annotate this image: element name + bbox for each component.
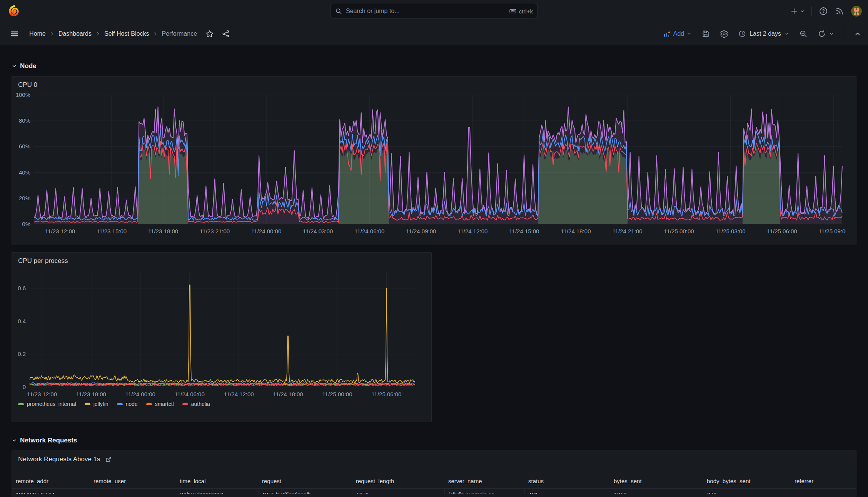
section-node[interactable]: Node [12, 61, 856, 71]
svg-text:11/25 09:00: 11/25 09:00 [819, 228, 846, 234]
svg-text:11/24 12:00: 11/24 12:00 [457, 228, 487, 234]
graph-bar-icon [663, 30, 671, 38]
chevron-down-icon [12, 63, 17, 69]
share-icon[interactable] [222, 30, 230, 38]
legend-item-authelia[interactable]: authelia [182, 401, 210, 407]
table-cell [90, 489, 176, 494]
svg-text:11/24 00:00: 11/24 00:00 [125, 391, 155, 397]
breadcrumb-dashboards[interactable]: Dashboards [58, 30, 92, 37]
time-range-picker[interactable]: Last 2 days [738, 30, 789, 38]
chevron-right-icon [153, 31, 158, 36]
column-header-request[interactable]: request [258, 475, 352, 488]
svg-text:20%: 20% [19, 195, 30, 201]
column-header-time_local[interactable]: time_local [176, 475, 258, 488]
svg-text:11/25 03:00: 11/25 03:00 [716, 228, 746, 234]
breadcrumb-current: Performance [162, 30, 197, 37]
svg-text:0.2: 0.2 [18, 351, 26, 357]
grafana-logo-icon[interactable] [8, 5, 20, 17]
svg-text:11/24 18:00: 11/24 18:00 [273, 391, 303, 397]
clock-icon [738, 30, 746, 38]
column-header-remote_user[interactable]: remote_user [90, 475, 176, 488]
breadcrumb-home[interactable]: Home [29, 30, 46, 37]
svg-text:11/24 06:00: 11/24 06:00 [354, 228, 384, 234]
table-cell: 1212 [610, 489, 703, 494]
cpu0-chart[interactable]: 0%20%40%60%80%100%11/23 12:0011/23 15:00… [12, 90, 846, 237]
divider [811, 7, 812, 16]
svg-text:11/23 18:00: 11/23 18:00 [76, 391, 106, 397]
svg-text:11/25 06:00: 11/25 06:00 [767, 228, 797, 234]
legend-item-smartctl[interactable]: smartctl [146, 401, 174, 407]
svg-text:11/23 12:00: 11/23 12:00 [45, 228, 75, 234]
svg-text:0: 0 [23, 384, 26, 390]
table-cell: 192.168.50.104 [12, 489, 90, 494]
table-cell: GET /notifications/h [258, 489, 352, 494]
collapse-up-icon[interactable] [854, 30, 861, 37]
panel-net-title[interactable]: Network Requests Above 1s [18, 455, 100, 463]
top-nav: Search or jump to... ctrl+k ? [0, 0, 868, 22]
table-header-row: remote_addrremote_usertime_localrequestr… [12, 475, 856, 489]
search-placeholder: Search or jump to... [346, 8, 505, 15]
help-icon[interactable]: ? [819, 7, 828, 16]
svg-text:11/24 06:00: 11/24 06:00 [175, 391, 205, 397]
column-header-referrer[interactable]: referrer [791, 475, 856, 488]
table-cell: 401 [524, 489, 610, 494]
column-header-server_name[interactable]: server_name [444, 475, 524, 488]
column-header-body_bytes_sent[interactable]: body_bytes_sent [703, 475, 791, 488]
legend-item-prometheus_internal[interactable]: prometheus_internal [18, 401, 76, 407]
legend-label: prometheus_internal [27, 401, 76, 407]
svg-text:0%: 0% [22, 221, 30, 227]
table-row[interactable]: 192.168.50.10424/Nov/2023:00:1GET /notif… [12, 489, 856, 494]
svg-text:11/24 00:00: 11/24 00:00 [251, 228, 281, 234]
svg-text:11/23 18:00: 11/23 18:00 [148, 228, 178, 234]
favorite-star-icon[interactable] [205, 30, 214, 38]
section-network-requests[interactable]: Network Requests [12, 435, 856, 446]
add-button[interactable]: Add [663, 30, 691, 38]
dashboard-settings-icon[interactable] [720, 30, 728, 38]
network-requests-table[interactable]: remote_addrremote_usertime_localrequestr… [12, 475, 856, 494]
table-cell: jellyfin.example.co [444, 489, 524, 494]
panel-network-requests[interactable]: Network Requests Above 1s remote_addrrem… [12, 450, 856, 497]
chevron-down-icon [687, 32, 691, 36]
chevron-down-icon [785, 32, 789, 36]
svg-text:60%: 60% [19, 143, 30, 150]
breadcrumb-folder[interactable]: Self Host Blocks [104, 30, 149, 37]
external-link-icon[interactable] [105, 456, 112, 463]
new-item-button[interactable] [790, 7, 805, 15]
refresh-icon[interactable] [818, 30, 834, 38]
chevron-right-icon [95, 31, 100, 36]
legend-label: smartctl [155, 401, 174, 407]
legend-swatch [85, 403, 90, 405]
chevron-right-icon [50, 31, 55, 36]
divider [844, 29, 844, 38]
user-avatar[interactable] [851, 6, 862, 17]
table-body[interactable]: 192.168.50.10424/Nov/2023:00:1GET /notif… [12, 489, 856, 494]
legend-item-node[interactable]: node [117, 401, 138, 407]
menu-icon[interactable] [10, 29, 19, 38]
chevron-down-icon [800, 9, 805, 13]
panel-cpu0[interactable]: CPU 0 0%20%40%60%80%100%11/23 12:0011/23… [12, 76, 856, 245]
column-header-bytes_sent[interactable]: bytes_sent [610, 475, 703, 488]
table-cell: 24/Nov/2023:00:1 [176, 489, 258, 494]
svg-text:40%: 40% [19, 169, 30, 176]
svg-text:11/23 12:00: 11/23 12:00 [27, 391, 57, 397]
svg-text:11/24 15:00: 11/24 15:00 [509, 228, 539, 234]
column-header-remote_addr[interactable]: remote_addr [12, 475, 90, 488]
zoom-out-icon[interactable] [799, 30, 808, 38]
cpu-per-process-chart[interactable]: 00.20.40.611/23 12:0011/23 18:0011/24 00… [12, 266, 421, 399]
panel-cpu-per-process-title[interactable]: CPU per process [12, 253, 431, 266]
save-dashboard-icon[interactable] [701, 30, 710, 38]
breadcrumb: Home Dashboards Self Host Blocks Perform… [29, 30, 197, 37]
legend-label: node [126, 401, 138, 407]
panel-cpu0-title[interactable]: CPU 0 [12, 76, 856, 90]
news-icon[interactable] [835, 7, 844, 16]
legend-swatch [182, 403, 188, 405]
legend-item-jellyfin[interactable]: jellyfin [85, 401, 108, 407]
column-header-status[interactable]: status [524, 475, 610, 488]
legend-swatch [146, 403, 152, 405]
panel-cpu-per-process[interactable]: CPU per process 00.20.40.611/23 12:0011/… [12, 252, 432, 422]
column-header-request_length[interactable]: request_length [352, 475, 444, 488]
chevron-down-icon [829, 32, 834, 36]
svg-text:11/24 21:00: 11/24 21:00 [612, 228, 642, 234]
svg-text:11/24 03:00: 11/24 03:00 [303, 228, 333, 234]
search-input[interactable]: Search or jump to... ctrl+k [330, 4, 538, 18]
